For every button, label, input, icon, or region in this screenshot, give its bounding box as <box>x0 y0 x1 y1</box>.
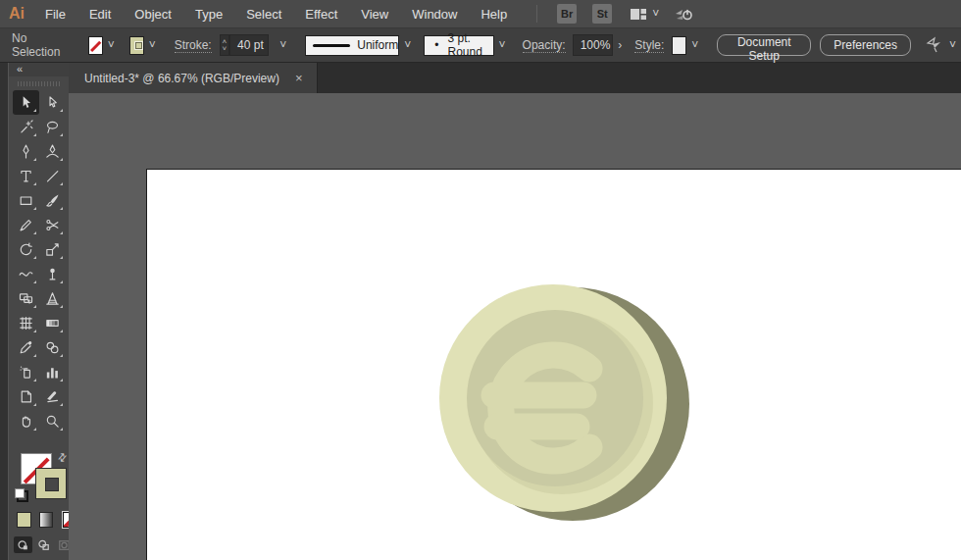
mesh-tool[interactable] <box>13 311 39 335</box>
stroke-hole <box>45 478 59 491</box>
lasso-tool[interactable] <box>39 115 66 139</box>
direct-selection-tool[interactable] <box>39 90 66 115</box>
width-profile-label: Uniform <box>357 38 398 52</box>
apply-gradient-button[interactable] <box>39 512 54 528</box>
artboard[interactable] <box>146 169 961 560</box>
artboard-tool[interactable] <box>13 384 39 409</box>
menu-object[interactable]: Object <box>123 7 183 22</box>
type-tool[interactable] <box>13 164 39 188</box>
width-profile-dropdown[interactable]: Uniform <box>305 35 399 56</box>
puppet-warp-tool[interactable] <box>39 262 66 286</box>
pen-tool[interactable] <box>13 139 39 164</box>
selection-status: No Selection <box>12 31 63 59</box>
close-tab-icon[interactable]: × <box>295 71 303 85</box>
draw-behind-button[interactable] <box>34 536 53 553</box>
zoom-tool[interactable] <box>39 409 66 433</box>
drawing-modes-row <box>9 536 77 553</box>
stepper-down-icon[interactable]: ˅ <box>223 45 228 52</box>
stroke-weight-stepper[interactable]: ˄ ˅ <box>220 34 229 56</box>
style-swatch[interactable] <box>672 36 686 55</box>
stroke-weight-value[interactable]: 40 pt <box>229 34 269 56</box>
stock-button[interactable]: St <box>592 4 612 24</box>
panel-grip-handle[interactable] <box>18 81 61 86</box>
collapse-panel-button[interactable]: « <box>9 63 69 76</box>
workspace-chevron-icon[interactable]: ˅ <box>949 39 956 51</box>
width-profile-chevron-icon[interactable]: ˅ <box>399 36 416 54</box>
curvature-tool[interactable] <box>39 139 66 164</box>
rectangle-tool[interactable] <box>13 188 39 213</box>
hand-tool[interactable] <box>13 409 39 433</box>
stroke-hole <box>135 42 142 49</box>
stroke-panel-link[interactable]: Stroke: <box>175 38 212 53</box>
menu-select[interactable]: Select <box>234 7 293 22</box>
menu-view[interactable]: View <box>349 7 400 22</box>
tool-grid <box>9 90 69 433</box>
bridge-button[interactable]: Br <box>557 4 577 24</box>
scissors-tool[interactable] <box>39 213 66 237</box>
opacity-value[interactable]: 100% <box>573 34 614 56</box>
fill-stroke-widget: ⇄ <box>9 451 77 510</box>
style-panel-link[interactable]: Style: <box>634 38 664 53</box>
brush-definition-label: 3 pt. Round <box>447 31 492 59</box>
perspective-grid-tool[interactable] <box>39 286 66 311</box>
fill-dropdown-chevron-icon[interactable]: ˅ <box>103 36 120 54</box>
document-tab[interactable]: Untitled-3* @ 66.67% (RGB/Preview) × <box>69 63 318 93</box>
slice-tool[interactable] <box>39 384 66 409</box>
rotate-tool[interactable] <box>13 237 39 262</box>
style-chevron-icon[interactable]: ˅ <box>686 36 703 54</box>
tools-panel-body: « ⇄ <box>8 63 69 560</box>
column-graph-tool[interactable] <box>39 360 66 384</box>
euro-coin-artwork[interactable] <box>147 170 961 560</box>
document-setup-button[interactable]: Document Setup <box>717 34 811 56</box>
gradient-tool[interactable] <box>39 311 66 335</box>
magic-wand-tool[interactable] <box>13 115 39 139</box>
brush-definition-dropdown[interactable]: • 3 pt. Round <box>424 35 493 56</box>
eyedropper-tool[interactable] <box>13 335 39 360</box>
stroke-dropdown-chevron-icon[interactable]: ˅ <box>144 36 161 54</box>
illustrator-logo: Ai <box>0 5 33 23</box>
tools-panel: « ⇄ <box>0 63 69 560</box>
fill-swatch[interactable] <box>88 36 103 55</box>
stroke-color-indicator[interactable] <box>35 468 67 499</box>
blend-tool[interactable] <box>39 335 66 360</box>
stroke-swatch[interactable] <box>129 36 144 55</box>
menu-file[interactable]: File <box>33 7 77 22</box>
selection-tool[interactable] <box>13 90 39 115</box>
menu-bar-right: Br St ˅ <box>525 4 693 24</box>
apply-color-button[interactable] <box>17 512 31 528</box>
pencil-tool[interactable] <box>13 213 39 237</box>
symbol-sprayer-tool[interactable] <box>13 360 39 384</box>
width-tool[interactable] <box>13 262 39 286</box>
line-segment-tool[interactable] <box>39 164 66 188</box>
draw-normal-button[interactable] <box>14 536 32 553</box>
canvas-pasteboard[interactable] <box>69 93 961 560</box>
paintbrush-tool[interactable] <box>39 188 66 213</box>
menu-edit[interactable]: Edit <box>77 7 123 22</box>
arrange-documents-icon[interactable] <box>630 7 647 22</box>
stroke-weight-chevron-icon[interactable]: ˅ <box>275 36 291 54</box>
collapse-icon: « <box>17 63 23 75</box>
menu-window[interactable]: Window <box>400 7 469 22</box>
brush-dot-icon: • <box>434 38 438 52</box>
document-tab-title: Untitled-3* @ 66.67% (RGB/Preview) <box>84 72 279 85</box>
brush-chevron-icon[interactable]: ˅ <box>494 36 511 54</box>
none-slash <box>90 41 101 52</box>
apply-color-row <box>9 512 77 528</box>
preferences-button[interactable]: Preferences <box>820 34 911 56</box>
control-bar: No Selection ˅ ˅ Stroke: ˄ ˅ 40 pt ˅ Uni… <box>0 28 961 63</box>
opacity-arrow-icon[interactable]: › <box>613 36 627 54</box>
menu-type[interactable]: Type <box>183 7 234 22</box>
default-fill-stroke-icon[interactable] <box>15 488 28 502</box>
illustrator-window: Ai FileEditObjectTypeSelectEffectViewWin… <box>0 0 961 560</box>
scale-tool[interactable] <box>39 237 66 262</box>
shape-builder-tool[interactable] <box>13 286 39 311</box>
gpu-performance-icon[interactable] <box>674 6 693 23</box>
isolate-selection-icon[interactable] <box>925 36 944 54</box>
default-fill-mini <box>15 488 25 498</box>
opacity-panel-link[interactable]: Opacity: <box>523 38 566 53</box>
width-profile-preview <box>313 44 350 47</box>
chevron-down-icon[interactable]: ˅ <box>652 8 659 20</box>
menu-effect[interactable]: Effect <box>293 7 349 22</box>
menu-help[interactable]: Help <box>469 7 519 22</box>
tab-bar: Untitled-3* @ 66.67% (RGB/Preview) × <box>69 63 961 93</box>
